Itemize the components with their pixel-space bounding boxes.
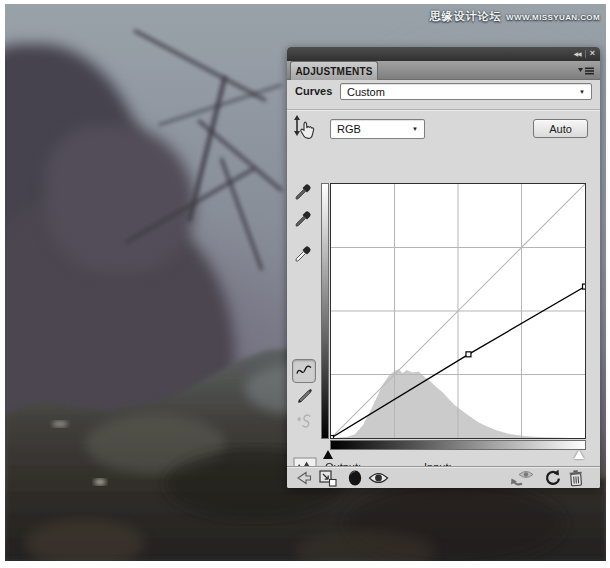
smooth-curve-icon[interactable] xyxy=(295,412,315,430)
pencil-tool-icon[interactable] xyxy=(295,387,313,406)
watermark: 思缘设计论坛 WWW.MISSYUAN.COM xyxy=(430,6,600,24)
curves-label: Curves xyxy=(295,85,332,97)
channel-dropdown-value: RGB xyxy=(331,123,412,135)
tab-adjustments[interactable]: ADJUSTMENTS xyxy=(290,61,378,80)
screenshot-root: { "watermark": { "site_name": "思缘设计论坛", … xyxy=(0,0,610,568)
edit-points-tool-button[interactable] xyxy=(292,359,316,383)
panel-body: Curves Custom ▼ RGB ▼ Auto xyxy=(287,80,600,466)
on-image-adjustment-tool-icon[interactable] xyxy=(292,115,318,141)
panel-titlebar[interactable]: ◀◀ × xyxy=(287,47,600,61)
titlebar-separator xyxy=(585,50,586,58)
curves-grid[interactable] xyxy=(330,183,586,439)
curve-point-handle[interactable] xyxy=(583,284,585,289)
preset-dropdown-value: Custom xyxy=(341,86,579,98)
curves-plot[interactable] xyxy=(331,184,585,438)
curve-point-handle[interactable] xyxy=(331,436,333,438)
input-gradient-bar xyxy=(330,440,586,450)
auto-button[interactable]: Auto xyxy=(533,119,588,138)
collapse-panel-icon[interactable]: ◀◀ xyxy=(574,50,581,57)
output-gradient-bar xyxy=(321,183,329,439)
clip-to-layer-icon[interactable] xyxy=(318,469,339,487)
curve-icon xyxy=(295,363,313,379)
panel-footer-toolbar xyxy=(287,466,600,488)
auto-button-label: Auto xyxy=(549,123,572,135)
panel-menu-icon[interactable] xyxy=(578,66,594,76)
adjustments-panel: ◀◀ × ADJUSTMENTS Curves Custom ▼ R xyxy=(287,47,600,488)
back-arrow-icon[interactable] xyxy=(295,469,313,487)
watermark-url: WWW.MISSYUAN.COM xyxy=(506,13,600,22)
gray-point-eyedropper-icon[interactable] xyxy=(294,207,313,228)
divider xyxy=(287,109,600,110)
layer-visibility-eye-icon[interactable] xyxy=(368,469,389,487)
black-point-eyedropper-icon[interactable] xyxy=(294,180,313,201)
chevron-down-icon: ▼ xyxy=(579,89,591,95)
watermark-site-name: 思缘设计论坛 xyxy=(430,10,502,22)
panel-tabbar: ADJUSTMENTS xyxy=(287,61,600,80)
delete-trash-icon[interactable] xyxy=(567,468,584,487)
curve-point-handle[interactable] xyxy=(466,352,471,357)
shadow-input-slider[interactable] xyxy=(323,450,333,459)
reset-icon[interactable] xyxy=(544,469,562,487)
white-point-eyedropper-icon[interactable] xyxy=(294,242,313,263)
channel-dropdown[interactable]: RGB ▼ xyxy=(330,119,425,139)
highlight-input-slider[interactable] xyxy=(574,450,584,459)
view-previous-state-icon[interactable] xyxy=(509,469,535,487)
preset-dropdown[interactable]: Custom ▼ xyxy=(340,83,592,100)
affect-layers-sphere-icon[interactable] xyxy=(346,469,364,487)
chevron-down-icon: ▼ xyxy=(412,126,424,132)
close-panel-icon[interactable]: × xyxy=(590,49,595,58)
